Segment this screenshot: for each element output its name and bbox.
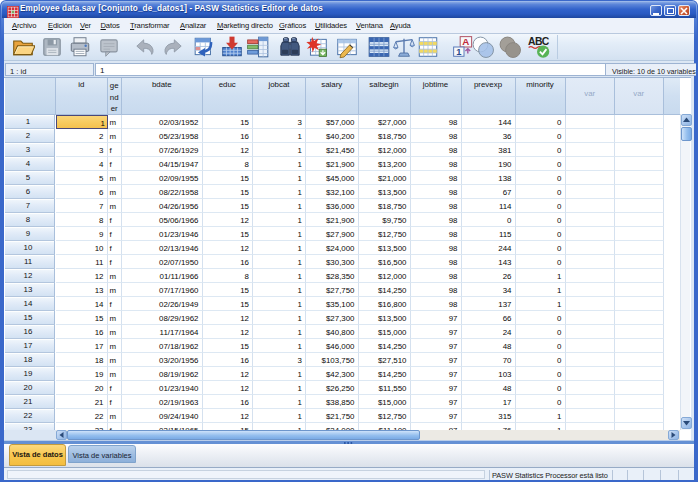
svg-text:A: A [462, 36, 469, 47]
svg-text:1: 1 [456, 47, 461, 57]
svg-text:ABC: ABC [528, 36, 550, 47]
